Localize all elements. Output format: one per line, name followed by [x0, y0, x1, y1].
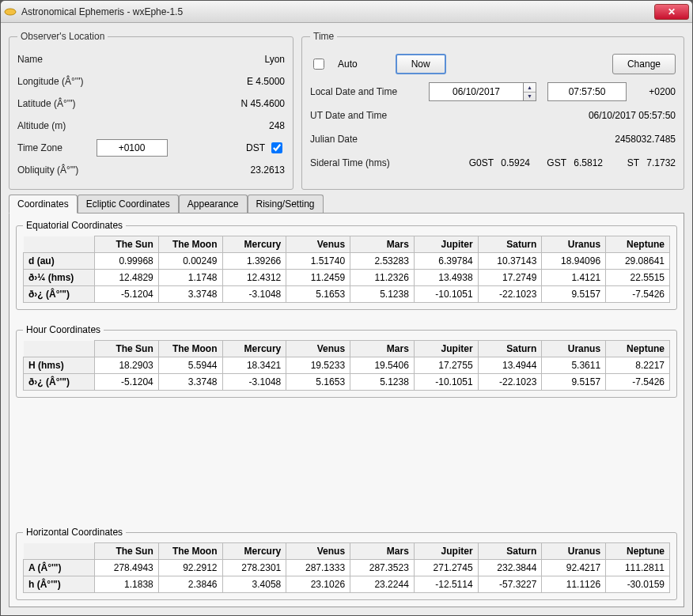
julian-label: Julian Date — [310, 134, 429, 145]
table-cell: 18.3421 — [222, 357, 286, 374]
col-header: Mars — [350, 543, 415, 560]
row-header: ð›¿ (Â°'") — [24, 286, 95, 303]
table-cell: 111.2811 — [606, 560, 670, 576]
table-cell: -30.0159 — [606, 576, 670, 593]
change-button[interactable]: Change — [612, 54, 676, 74]
table-cell: -3.1048 — [222, 374, 286, 391]
col-header: Venus — [286, 543, 350, 560]
table-cell: 17.2755 — [414, 357, 478, 374]
table-cell: 5.1653 — [286, 374, 350, 391]
table-cell: 29.08641 — [606, 253, 670, 270]
observer-legend: Observer's Location — [17, 31, 108, 42]
app-icon — [4, 6, 17, 18]
row-header: h (Â°'") — [24, 576, 95, 593]
local-time-input[interactable] — [547, 82, 627, 101]
table-cell: 278.4943 — [95, 560, 159, 576]
col-header: The Sun — [95, 341, 159, 357]
horizontal-panel: Horizontal Coordinates The SunThe MoonMe… — [16, 527, 677, 600]
name-value: Lyon — [264, 54, 285, 65]
table-cell: 287.3523 — [350, 560, 415, 576]
table-cell: 22.5515 — [606, 270, 670, 286]
tab-appearance[interactable]: Appearance — [179, 195, 248, 214]
ut-label: UT Date and Time — [310, 110, 429, 121]
obliquity-label: Obliquity (Â°'") — [17, 164, 251, 176]
col-header: The Moon — [158, 543, 222, 560]
table-cell: 0.00249 — [158, 253, 222, 270]
col-header: Mercury — [222, 543, 286, 560]
hour-legend: Hour Coordinates — [23, 324, 104, 335]
tab-coordinates[interactable]: Coordinates — [9, 195, 78, 214]
dst-label: DST — [246, 142, 265, 153]
table-cell: 1.39266 — [222, 253, 286, 270]
col-header: Saturn — [478, 341, 542, 357]
spinner-up-icon[interactable]: ▲ — [524, 83, 536, 93]
table-cell: 5.5944 — [158, 357, 222, 374]
titlebar[interactable]: Astronomical Ephemeris - wxEphe-1.5 ✕ — [1, 1, 692, 23]
table-cell: 232.3844 — [478, 560, 542, 576]
longitude-value: E 4.5000 — [247, 76, 285, 87]
close-button[interactable]: ✕ — [654, 4, 689, 20]
table-cell: 5.1653 — [286, 286, 350, 303]
table-cell: 5.1238 — [350, 374, 415, 391]
horizontal-legend: Horizontal Coordinates — [23, 527, 126, 538]
table-cell: 5.1238 — [350, 286, 415, 303]
table-cell: 13.4938 — [414, 270, 478, 286]
auto-label: Auto — [338, 59, 358, 70]
col-header: The Moon — [158, 341, 222, 357]
spinner-down-icon[interactable]: ▼ — [524, 93, 536, 101]
table-cell: 17.2749 — [478, 270, 542, 286]
table-cell: 278.2301 — [222, 560, 286, 576]
tab-rising-setting[interactable]: Rising/Setting — [248, 195, 324, 214]
app-window: Astronomical Ephemeris - wxEphe-1.5 ✕ Ob… — [0, 0, 693, 616]
col-header: Mercury — [222, 236, 286, 253]
auto-checkbox[interactable] — [313, 59, 324, 70]
col-header: Uranus — [542, 341, 606, 357]
table-cell: 11.2459 — [286, 270, 350, 286]
table-cell: 1.1838 — [95, 576, 159, 593]
latitude-value: N 45.4600 — [241, 98, 285, 109]
ut-value: 06/10/2017 05:57:50 — [589, 110, 676, 121]
timezone-input[interactable] — [97, 139, 168, 157]
tab-strip: Coordinates Ecliptic Coordinates Appeara… — [9, 195, 684, 214]
table-cell: 13.4944 — [478, 357, 542, 374]
table-cell: -10.1051 — [414, 286, 478, 303]
table-cell: 3.4058 — [222, 576, 286, 593]
table-cell: 5.3611 — [542, 357, 606, 374]
table-cell: 1.51740 — [286, 253, 350, 270]
altitude-value: 248 — [269, 120, 285, 131]
equatorial-legend: Equatorial Coordinates — [23, 220, 126, 231]
local-date-input[interactable] — [429, 82, 524, 101]
table-cell: 287.1333 — [286, 560, 350, 576]
altitude-label: Altitude (m) — [17, 120, 269, 131]
col-header: The Sun — [95, 543, 159, 560]
equatorial-table: The SunThe MoonMercuryVenusMarsJupiterSa… — [23, 236, 670, 303]
table-cell: -7.5426 — [606, 286, 670, 303]
table-cell: 8.2217 — [606, 357, 670, 374]
gst-value: 6.5812 — [571, 157, 603, 168]
table-cell: 2.3846 — [158, 576, 222, 593]
col-header: Uranus — [542, 543, 606, 560]
tab-ecliptic[interactable]: Ecliptic Coordinates — [78, 195, 179, 214]
table-cell: 6.39784 — [414, 253, 478, 270]
g0st-label: G0ST — [462, 157, 494, 168]
row-header: ð›¿ (Â°'") — [24, 374, 95, 391]
table-cell: 271.2745 — [414, 560, 478, 576]
tab-control: Coordinates Ecliptic Coordinates Appeara… — [9, 195, 684, 607]
col-header: Venus — [286, 341, 350, 357]
date-spinner[interactable]: ▲▼ — [524, 82, 536, 101]
table-cell: 12.4312 — [222, 270, 286, 286]
table-cell: -3.1048 — [222, 286, 286, 303]
dst-checkbox[interactable] — [271, 142, 282, 153]
col-header: Jupiter — [414, 236, 478, 253]
julian-value: 2458032.7485 — [615, 134, 676, 145]
table-cell: 18.2903 — [95, 357, 159, 374]
now-button[interactable]: Now — [396, 54, 446, 74]
table-cell: 11.2326 — [350, 270, 415, 286]
table-cell: -10.1051 — [414, 374, 478, 391]
name-label: Name — [17, 54, 264, 65]
col-header: Jupiter — [414, 543, 478, 560]
col-header: Neptune — [606, 341, 670, 357]
col-header: Uranus — [542, 236, 606, 253]
client-area: Observer's Location Name Lyon Longitude … — [1, 23, 692, 615]
table-cell: 19.5233 — [286, 357, 350, 374]
